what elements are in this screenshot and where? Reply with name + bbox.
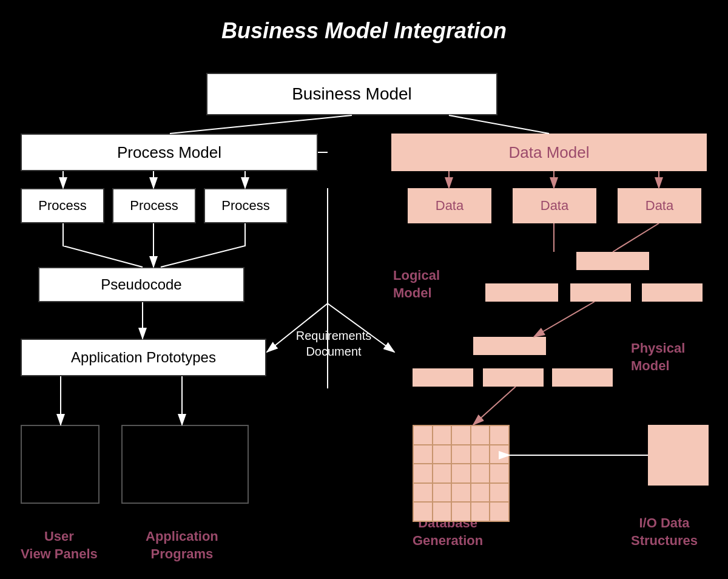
- physical-model-label: PhysicalModel: [631, 340, 685, 374]
- data-box-3: Data: [618, 188, 701, 223]
- app-programs-box: [121, 425, 249, 504]
- svg-line-19: [613, 223, 659, 252]
- diagram-container: Business Model Integration Business Mode…: [0, 0, 728, 579]
- io-data-label: I/O DataStructures: [631, 515, 698, 549]
- logical-model-rect-2: [485, 283, 558, 302]
- logical-model-rect-4: [642, 283, 703, 302]
- requirements-doc-label: Requirements Document: [285, 328, 382, 359]
- io-box: [648, 425, 709, 486]
- svg-line-20: [534, 302, 595, 337]
- database-grid: [413, 425, 510, 522]
- svg-line-4: [449, 115, 549, 134]
- user-view-label: UserView Panels: [21, 528, 98, 563]
- logical-model-rect-1: [576, 252, 649, 270]
- physical-model-rect-1: [473, 337, 546, 355]
- logical-model-rect-3: [570, 283, 631, 302]
- pseudocode-box: Pseudocode: [38, 267, 244, 302]
- physical-model-rect-4: [552, 368, 613, 387]
- user-view-box: [21, 425, 99, 504]
- app-programs-label: ApplicationPrograms: [146, 528, 218, 563]
- process-box-3: Process: [204, 188, 288, 223]
- data-box-2: Data: [513, 188, 596, 223]
- physical-model-rect-3: [483, 368, 544, 387]
- svg-line-3: [170, 115, 352, 134]
- process-box-2: Process: [112, 188, 196, 223]
- app-prototypes-box: Application Prototypes: [21, 339, 266, 376]
- svg-line-21: [473, 387, 516, 425]
- page-title: Business Model Integration: [0, 18, 728, 44]
- data-model-box: Data Model: [391, 134, 707, 171]
- process-model-box: Process Model: [21, 134, 318, 171]
- business-model-box: Business Model: [206, 73, 497, 115]
- logical-model-label: LogicalModel: [393, 267, 440, 302]
- data-box-1: Data: [408, 188, 491, 223]
- physical-model-rect-2: [413, 368, 473, 387]
- process-box-1: Process: [21, 188, 104, 223]
